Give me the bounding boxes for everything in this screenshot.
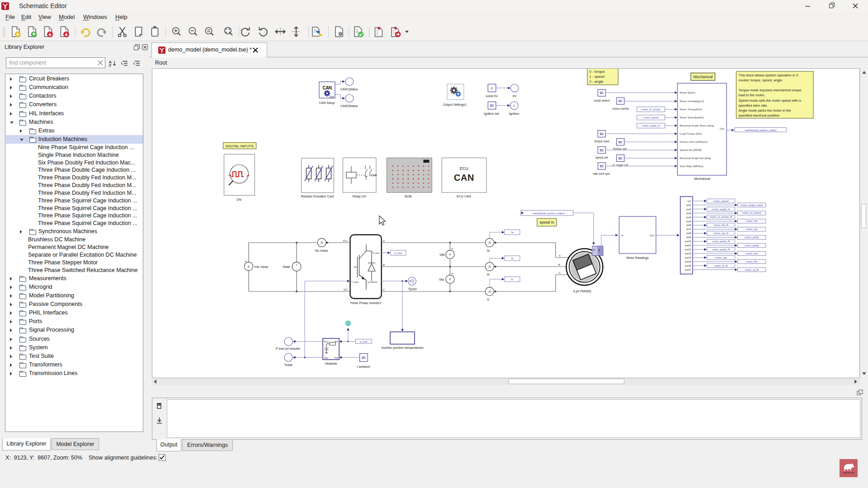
svg-text:motor_ids: motor_ids: [746, 220, 758, 222]
svg-text:motor_el_torque: motor_el_torque: [642, 108, 660, 111]
svg-text:Vdc meas: Vdc meas: [254, 265, 269, 268]
svg-text:out15: out15: [685, 260, 691, 263]
svg-text:motor_angle_el: motor_angle_el: [642, 124, 660, 127]
svg-text:specified slew rate.: specified slew rate.: [739, 103, 768, 108]
svg-text:SC: SC: [362, 356, 366, 359]
svg-text:Mode Select: Mode Select: [680, 91, 696, 94]
svg-text:Out: Out: [650, 234, 654, 237]
svg-text:0V: 0V: [513, 94, 517, 98]
svg-text:Speed Set [RPM]: Speed Set [RPM]: [680, 148, 702, 151]
svg-text:SC: SC: [599, 164, 604, 168]
svg-text:Ignition: Ignition: [509, 112, 519, 116]
svg-text:CAN Setup: CAN Setup: [319, 101, 335, 105]
svg-text:This block allows system opera: This block allows system operation in 3: [739, 73, 798, 77]
svg-text:motor_angle_el: motor_angle_el: [712, 208, 730, 211]
svg-text:DC-: DC-: [344, 288, 349, 291]
svg-text:p_loss: p_loss: [395, 252, 402, 254]
svg-text:SC: SC: [490, 104, 494, 107]
svg-text:B: B: [558, 263, 560, 266]
svg-text:out1: out1: [686, 204, 691, 206]
svg-text:p_loss: p_loss: [360, 340, 368, 343]
svg-text:out8: out8: [686, 232, 691, 235]
svg-text:in: in: [593, 249, 595, 251]
svg-text:Angle mode parks the motor in: Angle mode parks the motor in the: [739, 108, 791, 113]
svg-text:Load Torque [Nm]: Load Torque [Nm]: [680, 132, 702, 135]
svg-text:DIGITAL INPUTS: DIGITAL INPUTS: [226, 144, 254, 148]
svg-text:out7: out7: [686, 228, 691, 230]
svg-text:SC: SC: [618, 99, 623, 103]
svg-text:out: out: [598, 249, 600, 252]
svg-text:SC: SC: [599, 149, 604, 152]
svg-text:P_loss: P_loss: [373, 252, 380, 254]
svg-text:CAN: CAN: [454, 173, 474, 183]
svg-text:Mechanical: Mechanical: [693, 75, 712, 79]
svg-text:Inverter junction temperatures: Inverter junction temperatures: [382, 346, 424, 350]
svg-text:el. angle set: el. angle set: [612, 164, 628, 167]
svg-text:specified electrical position.: specified electrical position.: [739, 113, 780, 117]
svg-text:SC: SC: [599, 91, 604, 94]
svg-text:-: -: [296, 267, 297, 270]
svg-text:Slew Rate [RPM/s]: Slew Rate [RPM/s]: [680, 164, 703, 168]
svg-text:Typhoon HIL: Typhoon HIL: [843, 472, 854, 474]
svg-text:rate limit rpm: rate limit rpm: [593, 172, 610, 176]
svg-text:0: 0: [491, 87, 493, 90]
svg-text:A: A: [488, 289, 491, 294]
svg-text:Out: Out: [720, 127, 724, 130]
svg-text:SC: SC: [618, 157, 623, 160]
svg-text:Motor Readings: Motor Readings: [626, 256, 649, 260]
svg-text:Motor Speed[rad/s]: Motor Speed[rad/s]: [680, 116, 704, 119]
svg-text:P loss tot inverter: P loss tot inverter: [276, 347, 301, 350]
svg-text:CAN1Status: CAN1Status: [340, 88, 358, 91]
svg-text:out: out: [688, 200, 691, 202]
svg-text:Electrical Angle Motor [deg]: Electrical Angle Motor [deg]: [680, 124, 714, 127]
svg-text:motor_psids: motor_psids: [745, 236, 759, 239]
svg-text:Ignition set: Ignition set: [484, 112, 499, 116]
svg-text:2 - angle: 2 - angle: [590, 80, 604, 84]
svg-text:SC: SC: [618, 141, 623, 144]
svg-text:Friction [Nm/1000rpm]: Friction [Nm/1000rpm]: [680, 140, 708, 143]
svg-text:out9: out9: [686, 236, 691, 239]
svg-text:B: B: [383, 263, 385, 266]
svg-text:out4: out4: [686, 216, 691, 219]
svg-text:Motor Torque[Nm]: Motor Torque[Nm]: [680, 108, 703, 111]
svg-text:speed in: speed in: [539, 220, 554, 225]
svg-text:motor_iqs: motor_iqs: [746, 228, 758, 230]
svg-text:BOB: BOB: [405, 195, 412, 198]
svg-text:motor_id_flt: motor_id_flt: [714, 264, 728, 267]
svg-text:In: In: [622, 234, 624, 237]
svg-text:<: <: [449, 277, 451, 282]
svg-text:Can2: Can2: [329, 96, 334, 98]
svg-text:CAN: CAN: [371, 174, 377, 177]
svg-text:CAN: CAN: [322, 85, 331, 90]
svg-text:motor_Rs: motor_Rs: [746, 260, 757, 263]
svg-text:C: C: [559, 271, 561, 274]
svg-text:Pout: Pout: [324, 340, 329, 343]
svg-text:out11: out11: [685, 244, 691, 247]
svg-text:T_junctions: T_junctions: [366, 281, 377, 283]
svg-text:Relay DO: Relay DO: [353, 195, 367, 198]
svg-text:<: <: [248, 264, 250, 269]
svg-text:ECU CAN: ECU CAN: [457, 195, 471, 198]
svg-text:Vab: Vab: [439, 253, 445, 256]
svg-text:mechanical_system_output: mechanical_system_output: [533, 212, 565, 215]
svg-text:out10: out10: [685, 240, 691, 243]
svg-text:DIs: DIs: [237, 198, 242, 201]
svg-text:out12: out12: [685, 248, 691, 251]
svg-text:SC: SC: [599, 132, 604, 136]
svg-text:out14: out14: [685, 256, 691, 259]
svg-text:+: +: [296, 263, 297, 267]
svg-text:Output Settings1: Output Settings1: [443, 103, 467, 107]
svg-text:motor_el_torque: motor_el_torque: [742, 211, 761, 214]
svg-text:mechanical_system_output: mechanical_system_output: [745, 129, 777, 131]
svg-text:out3: out3: [686, 212, 691, 215]
svg-text:load to the motor.: load to the motor.: [739, 93, 765, 97]
svg-text:Ia: Ia: [511, 231, 514, 234]
svg-text:Three Phase Inverter2: Three Phase Inverter2: [350, 301, 382, 305]
svg-text:Ia: Ia: [487, 249, 490, 252]
svg-text:+: +: [451, 272, 453, 276]
svg-text:Mechanical: Mechanical: [694, 177, 710, 180]
svg-text:CAN2Status: CAN2Status: [340, 104, 358, 108]
svg-text:Heatsink: Heatsink: [325, 362, 337, 365]
svg-text:out17: out17: [685, 268, 691, 271]
svg-text:Speed mode sets the motor spee: Speed mode sets the motor speed with a: [739, 99, 802, 103]
